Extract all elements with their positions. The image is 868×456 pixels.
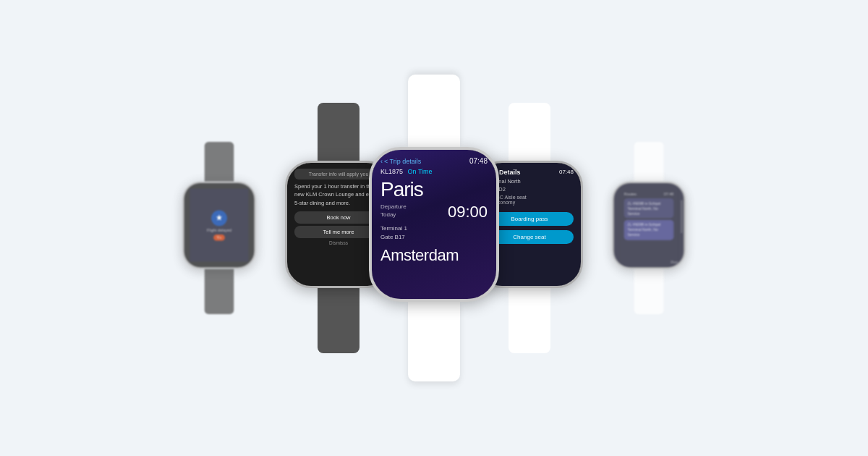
- band-bottom-right: [509, 288, 550, 353]
- screen-far-right: Routes 07:48 ZL 4N09B in Schipol Termina…: [614, 183, 684, 267]
- case-center: ‹ < Trip details 07:48 KL1875 On Time Pa…: [369, 147, 499, 302]
- delayed-label: Flight delayed: [207, 228, 231, 232]
- screen-far-left: Flight delayed Y+: [184, 183, 255, 267]
- case-far-left: Flight delayed Y+: [182, 182, 255, 269]
- klm-logo-far-left: [211, 210, 227, 226]
- back-label: < Trip details: [384, 158, 421, 165]
- boarding-time: 07:48: [559, 169, 574, 176]
- screen-center: ‹ < Trip details 07:48 KL1875 On Time Pa…: [372, 150, 496, 299]
- routes-header: Routes 07:48: [624, 192, 674, 195]
- watch-time: 07:48: [469, 157, 488, 165]
- band-top-far-left: [205, 142, 234, 182]
- watch-far-left: Flight delayed Y+: [182, 142, 255, 314]
- scroll-indicator: [681, 200, 682, 233]
- routes-title: Routes: [624, 192, 637, 195]
- watch-center: ‹ < Trip details 07:48 KL1875 On Time Pa…: [369, 75, 499, 381]
- crown-center: [497, 195, 499, 211]
- band-top-far-right: [634, 142, 664, 182]
- watch-far-right: Routes 07:48 ZL 4N09B in Schipol Termina…: [612, 142, 685, 314]
- band-top-left: [318, 103, 359, 161]
- crown-far-right: [684, 208, 686, 221]
- band-top-center: [408, 75, 460, 147]
- crown-right: [582, 200, 583, 216]
- watches-container: Flight delayed Y+ Transfer info will app…: [36, 18, 832, 438]
- button-far-left: [255, 229, 256, 237]
- route-item-2: ZL 4N09B in Schipol Terminal North, No S…: [624, 220, 674, 240]
- departure-label: Departure Today: [380, 203, 407, 219]
- routes-footer: Run: [671, 260, 678, 263]
- destination-city: Paris: [380, 180, 488, 200]
- trip-header: ‹ < Trip details 07:48: [380, 157, 488, 165]
- button-far-right: [684, 229, 686, 237]
- terminal-info: Terminal 1 Gate B17: [380, 224, 488, 242]
- flight-status: On Time: [408, 168, 433, 175]
- routes-time: 07:48: [664, 192, 674, 195]
- crown-far-left: [255, 208, 256, 221]
- departure-row: Departure Today 09:00: [380, 203, 488, 221]
- flight-info: KL1875 On Time: [380, 168, 488, 175]
- routes-screen: Routes 07:48 ZL 4N09B in Schipol Termina…: [619, 189, 678, 262]
- band-bottom-left: [318, 288, 359, 353]
- band-bottom-center: [408, 302, 460, 381]
- delayed-badge: Y+: [213, 235, 225, 241]
- band-top-right: [509, 103, 550, 161]
- origin-city: Amsterdam: [380, 246, 488, 265]
- departure-time: 09:00: [448, 203, 488, 221]
- back-button[interactable]: ‹ < Trip details: [380, 158, 421, 165]
- band-bottom-far-left: [205, 269, 234, 314]
- route-item-1: ZL 4N09B in Schipol Terminal North, No S…: [624, 198, 674, 219]
- button-right: [582, 231, 583, 241]
- flight-number: KL1875: [380, 168, 403, 175]
- chevron-left-icon: ‹: [380, 158, 383, 165]
- case-far-right: Routes 07:48 ZL 4N09B in Schipol Termina…: [612, 182, 685, 269]
- button-center: [497, 232, 499, 242]
- delayed-screen: Flight delayed Y+: [190, 189, 248, 262]
- trip-details-screen: ‹ < Trip details 07:48 KL1875 On Time Pa…: [372, 150, 496, 299]
- band-bottom-far-right: [634, 269, 664, 314]
